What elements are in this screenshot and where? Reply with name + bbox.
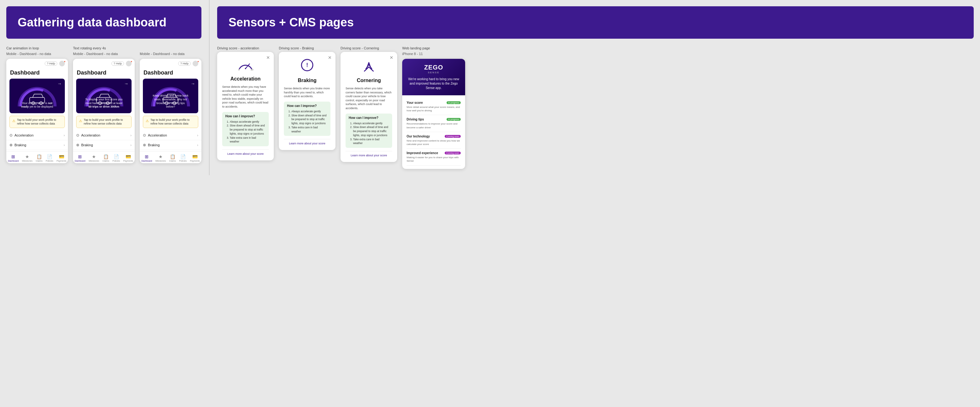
improve-item-accel-0: Always accelerate gently — [230, 120, 266, 124]
nav-claims-2[interactable]: 📋 Claims — [103, 154, 109, 162]
svg-point-10 — [245, 68, 246, 69]
nav-payments-label-1: Payments — [57, 160, 67, 162]
phone-1-score-text: Your driving score is not ready yet to b… — [18, 102, 56, 109]
web-landing-label: Web landing page — [402, 46, 465, 50]
improve-item-cornering-2: Take extra care in bad weather — [353, 137, 389, 146]
phone-2-score-text: To display your first score you must hav… — [85, 98, 123, 109]
phone-1: ? Help Dashboard → — [6, 59, 68, 163]
nav-milestones-1[interactable]: ★ Milestones — [22, 154, 32, 162]
zego-logo-sub: SENSE — [428, 71, 439, 74]
improve-item-accel-1: Slow down ahead of time and be prepared … — [230, 124, 266, 135]
nav-policies-3[interactable]: 📄 Policies — [179, 154, 187, 162]
web-feature-driving-tips-name: Driving tips — [407, 118, 424, 121]
nav-milestones-3[interactable]: ★ Milestones — [156, 154, 166, 162]
brake-icon-3: ⊗ — [143, 143, 146, 147]
improve-item-braking-2: Take extra care in bad weather — [291, 126, 327, 134]
phone-3-title: Dashboard — [140, 68, 201, 79]
phone-2-accel[interactable]: ⊙ Acceleration › — [73, 130, 135, 140]
web-feature-your-score-desc: More detail around what your score means… — [407, 105, 461, 112]
nav-claims-3[interactable]: 📋 Claims — [169, 154, 176, 162]
web-feature-your-score-name: Your score — [407, 101, 423, 105]
nav-payments-1[interactable]: 💳 Payments — [57, 154, 67, 162]
nav-dashboard-1[interactable]: ⊞ Dashboard — [8, 154, 19, 162]
modal-improve-title-braking: How can I improve? — [287, 104, 327, 108]
score-section-braking: Driving score - Braking ✕ ! Braking Sens… — [279, 46, 336, 169]
gauge-arrow-1: → — [57, 81, 62, 86]
phones-row: ? Help Dashboard → — [6, 59, 201, 163]
nav-payments-3[interactable]: 💳 Payments — [190, 154, 200, 162]
nav-dashboard-3[interactable]: ⊞ Dashboard — [141, 154, 152, 162]
web-landing-section: Web landing page iPhone 8 - 11 ZEGO SENS… — [402, 46, 465, 169]
help-link-2[interactable]: ? Help — [111, 61, 124, 66]
right-header: Sensors + CMS pages — [217, 6, 974, 39]
phone-2-topbar: ? Help — [73, 59, 135, 68]
modal-improve-list-accel: Always accelerate gently Slow down ahead… — [225, 120, 266, 144]
web-feature-improved-exp: Improved experience Coming soon Making i… — [407, 149, 461, 165]
modal-close-braking[interactable]: ✕ — [328, 55, 332, 60]
avatar-1 — [59, 61, 65, 66]
phone-3-topbar: ? Help — [140, 59, 201, 68]
phone-1-braking[interactable]: ⊗ Braking › — [6, 140, 68, 150]
phone-3: ? Help Dashboard → Keep drivin — [140, 59, 201, 163]
warning-text-2: Tap to build your work profile to refine… — [84, 118, 129, 126]
modal-improve-braking: How can I improve? Always accelerate gen… — [284, 102, 331, 136]
phone-1-accel[interactable]: ⊙ Acceleration › — [6, 130, 68, 140]
score-modal-accel: ✕ 0 10 Acceleration Sense detects when y… — [217, 52, 274, 161]
label-empty — [140, 46, 201, 50]
learn-more-braking[interactable]: Learn more about your score — [284, 139, 331, 145]
nav-milestones-label-1: Milestones — [22, 160, 32, 162]
phone-3-accel[interactable]: ⊙ Acceleration › — [140, 130, 201, 140]
modal-icon-accel: 0 10 — [222, 58, 269, 73]
brake-chevron-2: › — [130, 143, 132, 147]
right-title: Sensors + CMS pages — [229, 16, 963, 29]
modal-desc-cornering: Sense detects when you take corners fast… — [345, 86, 392, 110]
nav-dashboard-icon-2: ⊞ — [78, 154, 82, 159]
help-link-1[interactable]: ? Help — [45, 61, 57, 66]
phone-2-warning[interactable]: ⚠ Tap to build your work profile to refi… — [76, 116, 132, 128]
help-link-3[interactable]: ? Help — [178, 61, 191, 66]
gauge-arrow-3: → — [191, 81, 195, 86]
nav-policies-1[interactable]: 📄 Policies — [46, 154, 53, 162]
brake-label-2: Braking — [81, 143, 129, 147]
accel-icon-3: ⊙ — [143, 133, 146, 137]
nav-payments-2[interactable]: 💳 Payments — [123, 154, 133, 162]
phone-3-braking[interactable]: ⊗ Braking › — [140, 140, 201, 150]
badge-our-technology: Coming soon — [445, 135, 461, 138]
nav-claims-icon-1: 📋 — [37, 154, 42, 159]
nav-dashboard-label-1: Dashboard — [8, 160, 19, 162]
score-label-braking: Driving score - Braking — [279, 46, 336, 50]
nav-policies-2[interactable]: 📄 Policies — [112, 154, 120, 162]
nav-dashboard-2[interactable]: ⊞ Dashboard — [75, 154, 85, 162]
phone-3-warning[interactable]: ⚠ Tap to build your work profile to refi… — [143, 116, 198, 128]
modal-improve-list-braking: Always accelerate gently Slow down ahead… — [287, 110, 327, 134]
phone-1-topbar: ? Help — [6, 59, 68, 68]
phone-1-bottomnav: ⊞ Dashboard ★ Milestones 📋 Claims 📄 Poli… — [6, 151, 68, 163]
web-feature-your-score-top: Your score In progress — [407, 101, 461, 105]
nav-claims-1[interactable]: 📋 Claims — [36, 154, 43, 162]
zego-logo: ZEGO SENSE — [424, 64, 444, 74]
modal-close-cornering[interactable]: ✕ — [390, 55, 393, 60]
phone-1-warning[interactable]: ⚠ Tap to build your work profile to refi… — [10, 116, 65, 128]
right-content: Driving score - acceleration ✕ 0 10 Acce… — [217, 46, 974, 169]
web-feature-our-technology-name: Our technology — [407, 135, 430, 138]
modal-icon-cornering — [345, 58, 392, 75]
web-feature-our-technology-desc: New and improved content to show you how… — [407, 139, 461, 146]
nav-policies-label-1: Policies — [46, 160, 53, 162]
phone-2-braking[interactable]: ⊗ Braking › — [73, 140, 135, 150]
learn-more-cornering[interactable]: Learn more about your score — [345, 151, 392, 157]
sublabel-3: Mobile - Dashboard - no data — [140, 52, 201, 56]
score-section-cornering: Driving score - Cornering ✕ Cornering Se… — [340, 46, 397, 169]
nav-milestones-2[interactable]: ★ Milestones — [89, 154, 99, 162]
nav-policies-icon-1: 📄 — [47, 154, 52, 159]
modal-close-accel[interactable]: ✕ — [266, 55, 270, 60]
score-label-accel: Driving score - acceleration — [217, 46, 274, 50]
sublabel-2: Mobile - Dashboard - no data — [73, 52, 135, 56]
phone-2-bottomnav: ⊞ Dashboard ★ Milestones 📋 Claims 📄 Poli… — [73, 151, 135, 163]
phone-3-score-text: Keep driving and come back soon. Meanwhi… — [152, 94, 189, 109]
phone-3-bottomnav: ⊞ Dashboard ★ Milestones 📋 Claims 📄 Poli… — [140, 151, 201, 163]
learn-more-accel[interactable]: Learn more about your score — [222, 149, 269, 155]
modal-desc-accel: Sense detects when you may have accelera… — [222, 85, 269, 109]
nav-dashboard-label-2: Dashboard — [75, 160, 85, 162]
left-section: Gathering data dashboard Car animation i… — [0, 0, 208, 175]
warning-text-1: Tap to build your work profile to refine… — [17, 118, 62, 126]
